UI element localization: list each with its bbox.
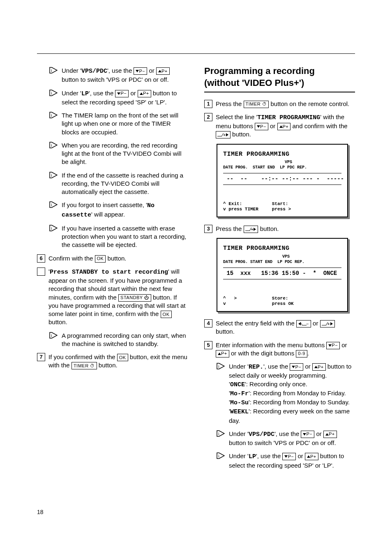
text: or with the digit buttons xyxy=(229,350,296,357)
tip-cassette-end: i If the end of the cassette is reached … xyxy=(49,171,188,196)
step-6: 6 Confirm with the OK button. xyxy=(37,254,188,263)
p-minus-button: P− xyxy=(134,67,147,75)
osd-header: DATE PROG. START END LP PDC REP. xyxy=(223,165,341,171)
code: LP xyxy=(249,453,256,460)
tip-lp-2: i Under 'LP', use the P− or P+ button to… xyxy=(217,452,355,470)
info-arrow-icon: i xyxy=(217,430,226,437)
p-plus-button: P+ xyxy=(216,350,229,357)
code: ONCE xyxy=(230,381,245,388)
p-plus-button: P+ xyxy=(277,123,291,130)
step-number: 6 xyxy=(37,254,45,263)
text: ': Recording only once. xyxy=(245,380,307,387)
text: or xyxy=(296,452,305,459)
step-number: 4 xyxy=(204,319,212,327)
svg-text:i: i xyxy=(51,203,52,207)
step-4: 4 Select the entry field with the − or +… xyxy=(204,319,355,336)
section-title-line1: Programming a recording xyxy=(204,66,355,76)
ok-button: OK xyxy=(161,311,172,318)
step-number: 2 xyxy=(204,113,212,121)
text: Under ' xyxy=(62,90,81,97)
text: Enter information with the menu buttons xyxy=(216,341,326,348)
timer-button: TIMER ⏱ xyxy=(71,362,97,369)
svg-text:i: i xyxy=(51,91,52,95)
tip-vps-pdc-2: i Under 'VPS/PDC', use the P− or P+ butt… xyxy=(217,430,355,447)
step-2: 2 Select the line 'TIMER PROGRAMMING' wi… xyxy=(204,113,355,139)
info-arrow-icon: i xyxy=(49,67,58,74)
left-minus-button: − xyxy=(296,320,311,327)
info-arrow-icon: i xyxy=(49,90,58,96)
ok-button: OK xyxy=(117,354,128,361)
text: Under ' xyxy=(62,67,81,74)
info-arrow-icon: i xyxy=(217,363,226,369)
step-7: 7 If you confirmed with the OK button, e… xyxy=(37,353,188,370)
right-plus-button: + xyxy=(216,131,231,138)
svg-text:i: i xyxy=(218,431,219,436)
right-column: Programming a recording (without 'VIDEO … xyxy=(204,66,355,475)
text: button. xyxy=(258,225,279,232)
text: If you have inserted a cassette with era… xyxy=(62,224,188,249)
text: or xyxy=(311,320,320,327)
text: ': Recording from Monday to Friday. xyxy=(249,390,346,397)
text: . xyxy=(307,350,309,357)
code: LP xyxy=(81,90,89,97)
text: ': Recording from Monday to Sunday. xyxy=(249,399,350,406)
tip-timer-lamp: i The TIMER lamp on the front of the set… xyxy=(49,111,188,136)
p-plus-button: P+ xyxy=(323,431,337,438)
text: ', use the xyxy=(256,452,283,459)
top-rule xyxy=(37,53,355,54)
osd-footer: ^ > Store: xyxy=(223,296,341,302)
code: Press STANDBY to start recording xyxy=(50,269,168,276)
text: button. xyxy=(231,131,251,138)
info-arrow-icon: i xyxy=(49,332,58,339)
text: Confirm with the xyxy=(48,255,95,262)
text: or xyxy=(147,67,156,74)
p-minus-button: P− xyxy=(326,342,340,349)
text: ', use the xyxy=(274,430,301,437)
tip-rec-light: i When you are recording, the red record… xyxy=(49,141,188,166)
right-plus-button: + xyxy=(320,320,335,327)
svg-text:i: i xyxy=(51,143,52,148)
text: When you are recording, the red recordin… xyxy=(62,141,188,166)
osd-header: DATE PROG. START END LP PDC REP. xyxy=(223,259,341,265)
text: or xyxy=(129,90,138,97)
text: ', use the xyxy=(263,363,290,370)
svg-text:i: i xyxy=(218,364,219,369)
code: VPS/PDC xyxy=(249,431,274,438)
svg-text:i: i xyxy=(51,173,52,178)
text: button. xyxy=(97,362,118,369)
text: Press the xyxy=(216,100,244,107)
text: button. xyxy=(48,318,67,325)
step-number: 7 xyxy=(37,353,45,361)
text: Under ' xyxy=(229,452,249,459)
info-arrow-icon: i xyxy=(49,172,58,178)
tip-no-cassette: i If you forgot to insert cassette, 'No … xyxy=(49,201,188,219)
text: Under ' xyxy=(229,363,249,370)
svg-text:i: i xyxy=(51,333,52,338)
tip-erase-protection: i If you have inserted a cassette with e… xyxy=(49,224,188,249)
left-column: i Under 'VPS/PDC', use the P− or P+ butt… xyxy=(37,66,188,475)
text: Press the xyxy=(216,225,244,232)
svg-text:i: i xyxy=(51,113,52,118)
text: or xyxy=(268,122,277,129)
text: ', use the xyxy=(107,67,134,74)
page: i Under 'VPS/PDC', use the P− or P+ butt… xyxy=(0,0,392,535)
text: or xyxy=(303,363,312,370)
text: Under ' xyxy=(229,430,249,437)
tip-standby: i A programmed recording can only start,… xyxy=(49,332,188,348)
p-minus-button: P− xyxy=(115,90,129,97)
code: REP. xyxy=(249,364,263,371)
osd-title: TIMER PROGRAMMING xyxy=(223,150,341,159)
code: TIMER PROGRAMMING xyxy=(257,114,320,121)
text: button on the remote control. xyxy=(269,100,349,107)
osd-screen-2: TIMER PROGRAMMING VPS DATE PROG. START E… xyxy=(217,238,348,312)
info-arrow-icon: i xyxy=(217,452,226,459)
code: Mo-Fr xyxy=(230,390,249,397)
tip-vps-pdc: i Under 'VPS/PDC', use the P− or P+ butt… xyxy=(49,67,188,84)
text: If you forgot to insert cassette, ' xyxy=(62,201,147,208)
code: Mo-Su xyxy=(230,399,249,406)
page-number: 18 xyxy=(37,509,44,515)
p-minus-button: P− xyxy=(301,431,314,438)
osd-title: TIMER PROGRAMMING xyxy=(223,244,341,253)
p-minus-button: P− xyxy=(282,453,296,460)
note-press-standby: 'Press STANDBY to start recording' will … xyxy=(37,268,188,327)
